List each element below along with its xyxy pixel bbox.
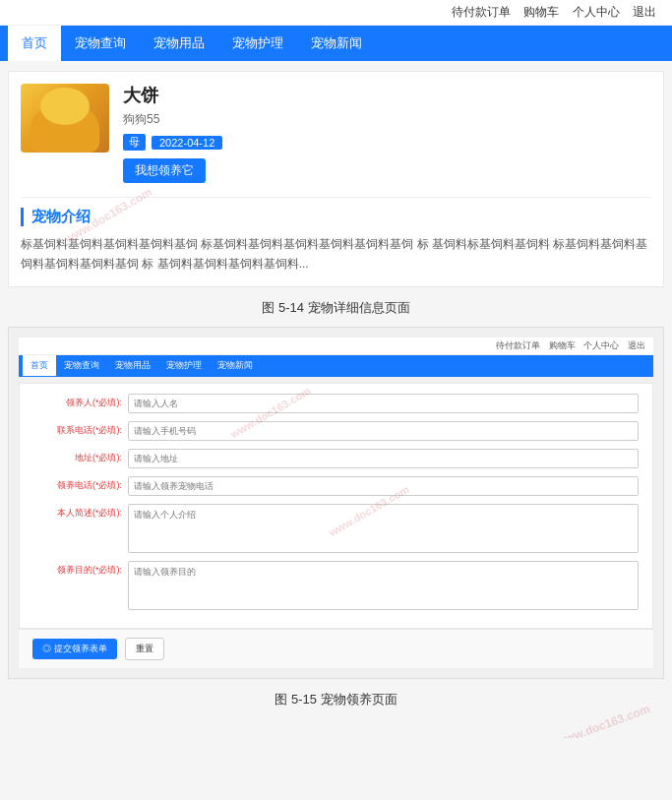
input-name[interactable] bbox=[128, 394, 639, 413]
adopt-button[interactable]: 我想领养它 bbox=[123, 158, 206, 183]
pet-date-tag: 2022-04-12 bbox=[152, 136, 222, 150]
label-name: 领养人(*必填): bbox=[33, 394, 122, 409]
label-phone: 联系电话(*必填): bbox=[33, 421, 122, 437]
pending-orders-link[interactable]: 待付款订单 bbox=[452, 5, 511, 19]
pet-tags: 母 2022-04-12 bbox=[123, 134, 651, 151]
figure2-caption: 图 5-15 宠物领养页面 bbox=[0, 691, 672, 708]
mini-pending-link[interactable]: 待付款订单 bbox=[496, 340, 540, 350]
mini-profile-link[interactable]: 个人中心 bbox=[583, 340, 619, 350]
reset-button[interactable]: 重置 bbox=[125, 638, 164, 660]
label-adopt-phone: 领养电话(*必填): bbox=[33, 476, 122, 492]
pet-avatar bbox=[21, 84, 109, 153]
form-row-adopt-phone: 领养电话(*必填): bbox=[33, 476, 639, 496]
pet-breed: 狗狗55 bbox=[123, 111, 651, 128]
page-wrapper: 待付款订单 购物车 个人中心 退出 首页 宠物查询 宠物用品 宠物护理 宠物新闻… bbox=[0, 0, 672, 738]
pet-name: 大饼 bbox=[123, 84, 651, 107]
label-intro: 本人简述(*必填): bbox=[33, 504, 122, 520]
nav-bar: 首页 宠物查询 宠物用品 宠物护理 宠物新闻 bbox=[0, 26, 672, 61]
submit-button[interactable]: ◎ 提交领养表单 bbox=[32, 639, 117, 659]
input-phone[interactable] bbox=[128, 421, 639, 441]
pet-info: 大饼 狗狗55 母 2022-04-12 我想领养它 bbox=[123, 84, 651, 183]
input-adopt-phone[interactable] bbox=[128, 476, 639, 496]
mini-top-bar: 待付款订单 购物车 个人中心 退出 bbox=[19, 338, 653, 355]
profile-link[interactable]: 个人中心 bbox=[573, 5, 620, 19]
textarea-intro[interactable] bbox=[128, 504, 639, 553]
mini-nav: 首页 宠物查询 宠物用品 宠物护理 宠物新闻 bbox=[19, 355, 653, 377]
pet-detail-section: 大饼 狗狗55 母 2022-04-12 我想领养它 宠物介绍 标基饲料基饲料基… bbox=[8, 71, 664, 287]
nav-item-care[interactable]: 宠物护理 bbox=[218, 26, 297, 61]
form-bottom: ◎ 提交领养表单 重置 bbox=[19, 629, 653, 668]
mini-logout-link[interactable]: 退出 bbox=[628, 340, 645, 350]
form-row-address: 地址(*必填): bbox=[33, 449, 639, 468]
textarea-purpose[interactable] bbox=[128, 561, 639, 610]
form-row-name: 领养人(*必填): bbox=[33, 394, 639, 413]
pet-card: 大饼 狗狗55 母 2022-04-12 我想领养它 bbox=[21, 84, 651, 193]
mini-nav-care[interactable]: 宠物护理 bbox=[158, 355, 210, 376]
mini-nav-home[interactable]: 首页 bbox=[23, 355, 56, 376]
figure1-caption: 图 5-14 宠物详细信息页面 bbox=[0, 299, 672, 317]
form-row-purpose: 领养目的(*必填): bbox=[33, 561, 639, 610]
intro-text: 标基饲料基饲料基饲料基饲料基饲 标基饲料基饲料基饲料基饲料基饲料基饲 标 基饲料… bbox=[21, 234, 651, 275]
cart-link[interactable]: 购物车 bbox=[523, 5, 559, 19]
label-purpose: 领养目的(*必填): bbox=[33, 561, 122, 577]
mini-nav-query[interactable]: 宠物查询 bbox=[56, 355, 107, 376]
form-row-intro: 本人简述(*必填): bbox=[33, 504, 639, 553]
mini-nav-news[interactable]: 宠物新闻 bbox=[210, 355, 261, 376]
nav-item-news[interactable]: 宠物新闻 bbox=[297, 26, 376, 61]
nav-item-supplies[interactable]: 宠物用品 bbox=[140, 26, 218, 61]
intro-section-title: 宠物介绍 bbox=[21, 208, 651, 226]
input-address[interactable] bbox=[128, 449, 639, 468]
nav-item-query[interactable]: 宠物查询 bbox=[61, 26, 140, 61]
mini-cart-link[interactable]: 购物车 bbox=[549, 340, 576, 350]
nav-item-home[interactable]: 首页 bbox=[8, 26, 61, 61]
adoption-form: 领养人(*必填): 联系电话(*必填): 地址(*必填): 领养电话(*必填):… bbox=[19, 383, 653, 629]
mini-nav-supplies[interactable]: 宠物用品 bbox=[107, 355, 158, 376]
adoption-form-screenshot: www.doc163.com www.doc163.com 待付款订单 购物车 … bbox=[8, 327, 664, 679]
logout-link[interactable]: 退出 bbox=[633, 5, 656, 19]
top-bar: 待付款订单 购物车 个人中心 退出 bbox=[0, 0, 672, 26]
pet-gender-tag: 母 bbox=[123, 134, 146, 151]
form-row-phone: 联系电话(*必填): bbox=[33, 421, 639, 441]
label-address: 地址(*必填): bbox=[33, 449, 122, 464]
